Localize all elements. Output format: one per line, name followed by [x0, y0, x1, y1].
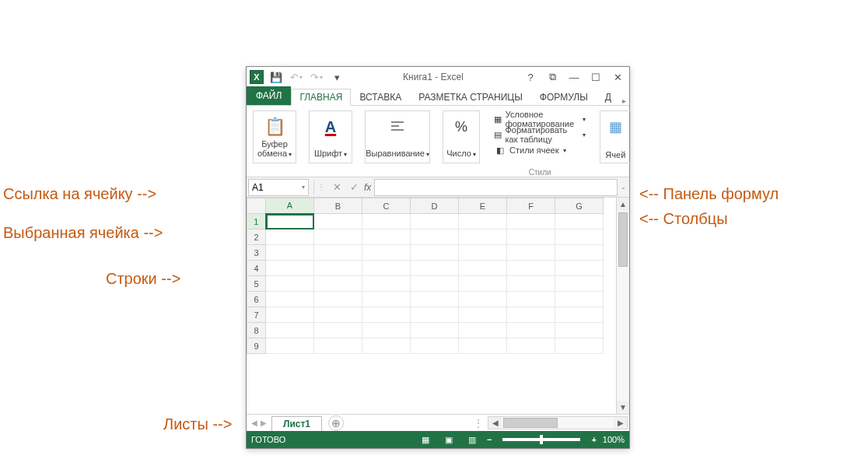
row-header-9[interactable]: 9 — [247, 338, 266, 354]
cell-C4[interactable] — [362, 261, 411, 276]
cell-B9[interactable] — [314, 338, 362, 354]
cell-E8[interactable] — [459, 323, 507, 338]
cell-E2[interactable] — [459, 229, 507, 245]
hscroll-left-icon[interactable]: ◀ — [488, 419, 502, 427]
conditional-formatting-button[interactable]: ▦ Условное форматирование▾ — [492, 112, 587, 126]
cell-B6[interactable] — [314, 292, 362, 307]
cell-A2[interactable] — [266, 229, 314, 245]
sheet-nav-right-icon[interactable]: ▶ — [261, 419, 267, 427]
cell-B8[interactable] — [314, 323, 362, 338]
column-header-F[interactable]: F — [507, 198, 555, 214]
window-close-button[interactable]: ✕ — [609, 69, 626, 85]
column-header-E[interactable]: E — [459, 198, 507, 214]
formula-input[interactable] — [374, 179, 618, 196]
cell-G3[interactable] — [555, 245, 604, 261]
window-minimize-button[interactable]: — — [565, 69, 583, 85]
tabs-scroll-right-icon[interactable]: ▸ — [619, 96, 629, 105]
cell-D9[interactable] — [411, 338, 459, 354]
cell-D4[interactable] — [411, 261, 459, 276]
cell-styles-button[interactable]: ◧ Стили ячеек▾ — [492, 143, 587, 157]
cell-C3[interactable] — [362, 245, 411, 261]
zoom-thumb[interactable] — [540, 435, 543, 444]
cell-F4[interactable] — [507, 261, 555, 276]
cell-F9[interactable] — [507, 338, 555, 354]
cell-G2[interactable] — [555, 229, 604, 245]
cell-B2[interactable] — [314, 229, 362, 245]
column-header-C[interactable]: C — [362, 198, 411, 214]
formula-cancel-button[interactable]: ✕ — [328, 179, 345, 196]
vscroll-down-icon[interactable]: ▼ — [617, 401, 629, 414]
cell-E5[interactable] — [459, 276, 507, 292]
cell-F7[interactable] — [507, 307, 555, 323]
hscroll-right-icon[interactable]: ▶ — [614, 419, 627, 427]
tab-overflow[interactable]: Д — [597, 89, 615, 106]
qa-customize-dropdown[interactable]: ▾ — [329, 69, 345, 85]
cell-A9[interactable] — [266, 338, 314, 354]
row-header-4[interactable]: 4 — [247, 261, 266, 276]
row-header-2[interactable]: 2 — [247, 229, 266, 245]
row-header-1[interactable]: 1 — [247, 214, 266, 229]
cell-G4[interactable] — [555, 261, 604, 276]
column-header-A[interactable]: A — [266, 198, 314, 214]
cell-F2[interactable] — [507, 229, 555, 245]
cell-D8[interactable] — [411, 323, 459, 338]
zoom-in-button[interactable]: + — [591, 435, 596, 444]
cell-F8[interactable] — [507, 323, 555, 338]
view-page-layout-button[interactable]: ▣ — [440, 433, 457, 447]
tab-formulas[interactable]: ФОРМУЛЫ — [531, 89, 597, 106]
cell-D3[interactable] — [411, 245, 459, 261]
tab-page-layout[interactable]: РАЗМЕТКА СТРАНИЦЫ — [410, 89, 531, 106]
cell-G6[interactable] — [555, 292, 604, 307]
row-header-8[interactable]: 8 — [247, 323, 266, 338]
cell-A5[interactable] — [266, 276, 314, 292]
cell-F1[interactable] — [507, 214, 555, 229]
row-header-6[interactable]: 6 — [247, 292, 266, 307]
cell-B1[interactable] — [314, 214, 362, 229]
formula-enter-button[interactable]: ✓ — [345, 179, 362, 196]
alignment-button[interactable]: Выравнивание▾ — [365, 110, 430, 163]
cell-D2[interactable] — [411, 229, 459, 245]
tab-insert[interactable]: ВСТАВКА — [351, 89, 410, 106]
cells-button[interactable]: ▦ Ячей — [600, 110, 631, 163]
cell-G8[interactable] — [555, 323, 604, 338]
fx-label[interactable]: fx — [364, 182, 371, 193]
vscroll-thumb[interactable] — [618, 212, 628, 267]
row-header-5[interactable]: 5 — [247, 276, 266, 292]
cell-G5[interactable] — [555, 276, 604, 292]
cell-E7[interactable] — [459, 307, 507, 323]
cell-C2[interactable] — [362, 229, 411, 245]
zoom-slider[interactable] — [502, 438, 580, 441]
help-button[interactable]: ? — [522, 69, 539, 85]
format-as-table-button[interactable]: ▤ Форматировать как таблицу▾ — [492, 128, 587, 142]
column-header-D[interactable]: D — [411, 198, 459, 214]
cell-E9[interactable] — [459, 338, 507, 354]
sheet-tab-1[interactable]: Лист1 — [271, 416, 322, 431]
cell-B5[interactable] — [314, 276, 362, 292]
cell-D1[interactable] — [411, 214, 459, 229]
view-page-break-button[interactable]: ▥ — [464, 433, 481, 447]
cell-E3[interactable] — [459, 245, 507, 261]
cell-G7[interactable] — [555, 307, 604, 323]
cell-C7[interactable] — [362, 307, 411, 323]
cell-F3[interactable] — [507, 245, 555, 261]
cell-F6[interactable] — [507, 292, 555, 307]
formula-bar-expand-icon[interactable]: ⌄ — [621, 184, 626, 191]
vertical-scrollbar[interactable]: ▲ ▼ — [616, 198, 629, 414]
cell-G1[interactable] — [555, 214, 604, 229]
cell-D5[interactable] — [411, 276, 459, 292]
hscroll-thumb[interactable] — [503, 418, 558, 428]
cell-A7[interactable] — [266, 307, 314, 323]
number-button[interactable]: % Число▾ — [443, 110, 480, 163]
view-normal-button[interactable]: ▦ — [417, 433, 434, 447]
cell-C8[interactable] — [362, 323, 411, 338]
cell-F5[interactable] — [507, 276, 555, 292]
row-header-3[interactable]: 3 — [247, 245, 266, 261]
worksheet-grid[interactable]: ABCDEFG123456789 — [247, 198, 604, 354]
tab-file[interactable]: ФАЙЛ — [247, 86, 291, 105]
cell-D7[interactable] — [411, 307, 459, 323]
select-all-cell[interactable] — [247, 198, 266, 214]
cell-E4[interactable] — [459, 261, 507, 276]
cell-A3[interactable] — [266, 245, 314, 261]
cell-E6[interactable] — [459, 292, 507, 307]
vscroll-up-icon[interactable]: ▲ — [617, 198, 629, 211]
